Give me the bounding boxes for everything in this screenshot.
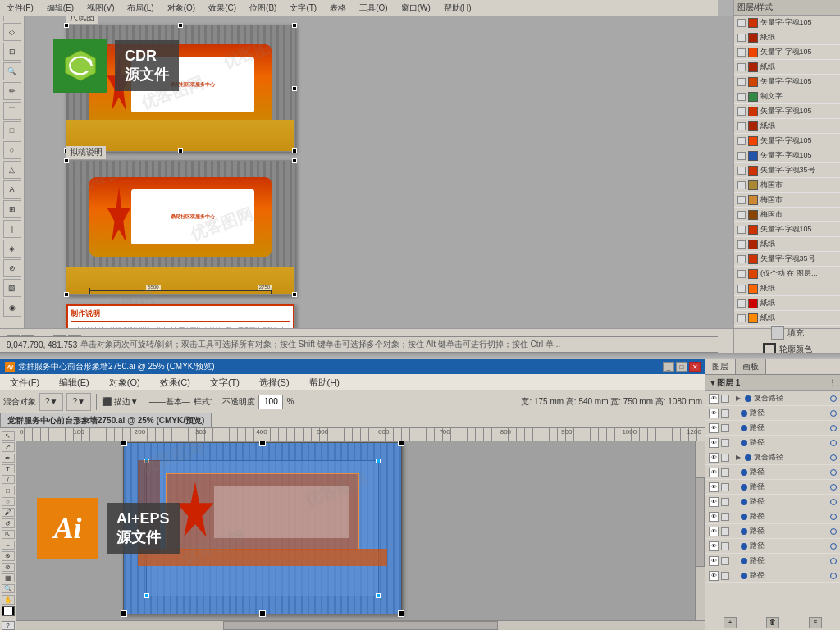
cdr-tool-text[interactable]: A: [3, 180, 21, 199]
sel-handle-tr[interactable]: [376, 459, 381, 463]
cdr-tool-shape[interactable]: ◇: [3, 23, 21, 41]
ai-layers-tab[interactable]: 图层: [705, 359, 736, 374]
ai-tool-eyedropper[interactable]: ⊘: [2, 563, 15, 572]
ai-menu-file[interactable]: 文件(F): [7, 377, 43, 389]
doc-handle-br[interactable]: [398, 610, 404, 617]
ai-tool-ellipse[interactable]: ○: [2, 497, 15, 506]
handle2-tr[interactable]: [292, 158, 297, 163]
layer-eye-10[interactable]: 👁: [709, 541, 719, 551]
ai-scrollbar-v[interactable]: [695, 441, 705, 620]
ai-menu-select[interactable]: 选择(S): [256, 377, 293, 389]
cdr-tool-smart[interactable]: ⌒: [3, 102, 21, 120]
layer-eye-9[interactable]: 👁: [709, 527, 719, 536]
handle-tm[interactable]: [178, 23, 183, 28]
layer-visibility-icon[interactable]: [737, 285, 746, 293]
layer-eye-2[interactable]: 👁: [709, 423, 719, 433]
cdr-tool-fill[interactable]: ▧: [3, 279, 21, 297]
layer-lock-6[interactable]: [721, 483, 729, 491]
handle2-tl[interactable]: [64, 158, 69, 163]
cdr-menu-file[interactable]: 文件(F): [3, 2, 37, 15]
ai-layer-item-7[interactable]: 👁路径: [705, 495, 840, 509]
cdr-menu-tools[interactable]: 工具(O): [356, 2, 390, 15]
ai-win-close[interactable]: ✕: [689, 362, 701, 372]
ai-tool-pen[interactable]: ✒: [2, 454, 15, 463]
layer-visibility-icon[interactable]: [737, 314, 746, 322]
handle-bm[interactable]: [178, 148, 183, 153]
ai-toolbar-btn2[interactable]: ?▼: [66, 393, 90, 411]
layer-lock-0[interactable]: [721, 395, 729, 403]
cdr-menu-layout[interactable]: 布局(L): [124, 2, 157, 15]
ai-layer-item-4[interactable]: 👁▶复合路径: [705, 450, 840, 465]
ai-menu-edit[interactable]: 编辑(E): [56, 377, 93, 389]
handle-tl[interactable]: [64, 23, 69, 28]
ai-layer-item-6[interactable]: 👁路径: [705, 480, 840, 495]
layer-eye-12[interactable]: 👁: [709, 571, 719, 581]
ai-layer-item-11[interactable]: 👁路径: [705, 554, 840, 568]
ai-win-minimize[interactable]: _: [663, 362, 674, 372]
cdr-menu-text[interactable]: 文字(T): [286, 2, 320, 15]
layer-visibility-icon[interactable]: [737, 240, 746, 249]
ai-tool-text[interactable]: T: [2, 464, 15, 473]
layer-eye-4[interactable]: 👁: [709, 453, 719, 463]
layer-lock-12[interactable]: [721, 572, 729, 580]
ai-fill-box[interactable]: [2, 606, 15, 616]
handle-br[interactable]: [292, 148, 297, 153]
handle-mr[interactable]: [292, 86, 297, 91]
ai-tab-main[interactable]: 党群服务中心前台形象墙2750.ai @ 25% (CMYK/预览): [0, 413, 212, 427]
cdr-tool-outline[interactable]: ◉: [3, 299, 21, 317]
ai-tool-select[interactable]: ↖: [2, 431, 15, 441]
layer-visibility-icon[interactable]: [737, 63, 746, 71]
ai-new-layer-btn[interactable]: +: [724, 617, 737, 628]
layer-eye-1[interactable]: 👁: [709, 409, 719, 418]
layer-expand-0[interactable]: ▶: [734, 395, 742, 403]
layer-lock-7[interactable]: [721, 498, 729, 506]
layer-lock-8[interactable]: [721, 513, 729, 521]
ai-tool-line[interactable]: /: [2, 475, 15, 484]
cdr-tool-crop[interactable]: ⊡: [3, 43, 21, 61]
layer-visibility-icon[interactable]: [737, 270, 746, 278]
layer-visibility-icon[interactable]: [737, 211, 746, 219]
ai-tool-rect[interactable]: □: [2, 486, 15, 495]
layer-visibility-icon[interactable]: [737, 196, 746, 204]
layer-lock-5[interactable]: [721, 468, 729, 477]
ai-scrollbar-h[interactable]: [16, 620, 705, 630]
ai-tool-zoom[interactable]: 🔍: [2, 584, 15, 593]
cdr-menu-help[interactable]: 帮助(H): [441, 2, 475, 15]
cdr-tool-table[interactable]: ⊞: [3, 200, 21, 218]
ai-tool-hand[interactable]: ✋: [2, 595, 15, 604]
layer-visibility-icon[interactable]: [737, 167, 746, 175]
ai-menu-effects[interactable]: 效果(C): [157, 377, 194, 389]
layer-lock-2[interactable]: [721, 424, 729, 432]
handle2-br[interactable]: [292, 292, 297, 297]
layer-eye-6[interactable]: 👁: [709, 482, 719, 492]
ai-scrollbar-v-thumb[interactable]: [696, 477, 705, 567]
ai-toolbar-btn1[interactable]: ?▼: [39, 393, 63, 411]
ai-delete-layer-btn[interactable]: 🗑: [766, 617, 779, 628]
cdr-tool-zoom[interactable]: 🔍: [3, 62, 21, 80]
ai-layer-item-8[interactable]: 👁路径: [705, 509, 840, 524]
ai-layer-item-10[interactable]: 👁路径: [705, 539, 840, 554]
doc-handle-bm[interactable]: [259, 610, 266, 617]
ai-layer-item-2[interactable]: 👁路径: [705, 421, 840, 436]
ai-tool-scale[interactable]: ⇱: [2, 530, 15, 539]
ai-artboards-tab[interactable]: 画板: [736, 359, 766, 374]
ai-tool-gradient[interactable]: ▦: [2, 573, 15, 582]
ai-menu-object[interactable]: 对象(O): [106, 377, 144, 389]
layer-eye-8[interactable]: 👁: [709, 512, 719, 522]
cdr-menu-effects[interactable]: 效果(C): [205, 2, 240, 15]
layer-visibility-icon[interactable]: [737, 48, 746, 57]
layer-visibility-icon[interactable]: [737, 107, 746, 116]
handle2-bl[interactable]: [64, 292, 69, 297]
cdr-tool-ellipse[interactable]: ○: [3, 141, 21, 159]
ai-layer-item-1[interactable]: 👁路径: [705, 406, 840, 421]
cdr-tool-polygon[interactable]: △: [3, 161, 21, 179]
layer-expand-4[interactable]: ▶: [734, 454, 742, 462]
cdr-menu-view[interactable]: 视图(V): [84, 2, 117, 15]
layer-lock-3[interactable]: [721, 439, 729, 447]
ai-tool-warp[interactable]: ~: [2, 541, 15, 550]
cdr-menu-window[interactable]: 窗口(W): [398, 2, 434, 15]
layer-visibility-icon[interactable]: [737, 255, 746, 263]
ai-menu-text[interactable]: 文字(T): [207, 377, 243, 389]
cdr-canvas[interactable]: 优客图网 优客图网 优客图网 优客图网 优客图网 优客图网 尺试图 鼎见社区双服…: [25, 16, 733, 328]
cdr-tool-parallel[interactable]: ∥: [3, 220, 21, 238]
